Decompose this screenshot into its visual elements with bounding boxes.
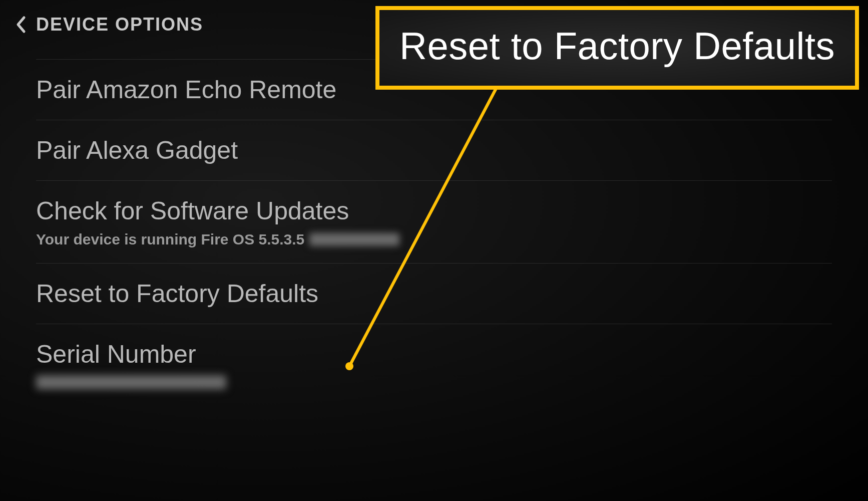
back-icon[interactable] [15,16,26,34]
menu-item-serial-number[interactable]: Serial Number [36,324,832,404]
menu-list: Pair Amazon Echo Remote Pair Alexa Gadge… [0,59,868,404]
callout-highlight-box: Reset to Factory Defaults [375,6,859,90]
menu-item-label: Serial Number [36,339,832,369]
menu-item-label: Reset to Factory Defaults [36,279,832,309]
os-version-text: Your device is running Fire OS 5.5.3.5 [36,231,304,248]
blurred-serial-number [36,375,226,389]
menu-item-reset-factory-defaults[interactable]: Reset to Factory Defaults [36,264,832,324]
callout-text: Reset to Factory Defaults [399,24,835,68]
page-title: DEVICE OPTIONS [36,14,203,35]
menu-item-label: Pair Alexa Gadget [36,135,832,165]
menu-item-check-updates[interactable]: Check for Software Updates Your device i… [36,181,832,264]
menu-item-pair-alexa-gadget[interactable]: Pair Alexa Gadget [36,120,832,181]
menu-item-label: Check for Software Updates [36,196,832,226]
blurred-build-number [309,233,399,246]
menu-item-subtitle: Your device is running Fire OS 5.5.3.5 [36,231,832,248]
callout-dot-end [345,362,353,370]
